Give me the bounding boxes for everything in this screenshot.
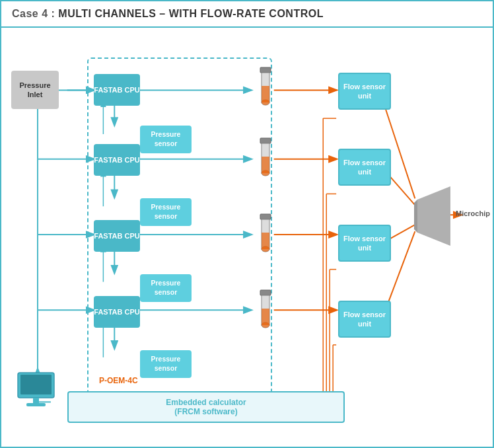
flow-sensor-unit-4: Flow sensor unit (338, 301, 391, 338)
svg-point-52 (262, 246, 269, 252)
title-bar: Case 4 : MULTI CHANNELS – WITH FLOW-RATE… (1, 1, 493, 28)
svg-rect-61 (20, 375, 52, 394)
svg-point-42 (262, 100, 269, 105)
fastab-cpu-3: FASTAB CPU (94, 220, 140, 252)
svg-point-47 (262, 170, 269, 176)
svg-rect-62 (33, 398, 39, 403)
svg-rect-48 (260, 214, 271, 219)
fastab-cpu-4: FASTAB CPU (94, 296, 140, 328)
flow-sensor-unit-2: Flow sensor unit (338, 149, 391, 186)
diagram-body: Pressure Inlet P-OEM-4C FASTAB CPU Press… (1, 28, 493, 441)
pressure-sensor-2: Pressure sensor (140, 198, 192, 226)
pressure-sensor-4: Pressure sensor (140, 350, 192, 378)
svg-rect-38 (260, 67, 271, 73)
pressure-sensor-3: Pressure sensor (140, 274, 192, 302)
title-prefix: Case 4 : (12, 8, 58, 19)
flow-sensor-unit-1: Flow sensor unit (338, 73, 391, 110)
svg-rect-63 (26, 403, 46, 406)
tube-4 (254, 289, 277, 338)
fastab-cpu-1: FASTAB CPU (94, 74, 140, 106)
svg-rect-43 (260, 138, 271, 143)
microchip-shape (414, 186, 450, 248)
embedded-calc-box: Embedded calculator (FRCM software) (67, 391, 345, 423)
pressure-sensor-1: Pressure sensor (140, 126, 192, 153)
poem-label: P-OEM-4C (99, 376, 138, 385)
svg-rect-53 (260, 290, 271, 295)
pressure-inlet-box: Pressure Inlet (11, 71, 59, 109)
tube-3 (254, 213, 277, 262)
computer-icon (15, 371, 64, 417)
flow-sensor-unit-3: Flow sensor unit (338, 225, 391, 262)
svg-marker-59 (414, 200, 417, 233)
diagram-container: Case 4 : MULTI CHANNELS – WITH FLOW-RATE… (0, 0, 494, 448)
svg-marker-58 (417, 186, 450, 246)
tube-1 (254, 66, 277, 116)
svg-point-57 (262, 322, 269, 328)
fastab-cpu-2: FASTAB CPU (94, 144, 140, 176)
tube-2 (254, 137, 277, 186)
title-main: MULTI CHANNELS – WITH FLOW-RATE CONTROL (58, 8, 324, 19)
microchip-label: Microchip (456, 209, 490, 217)
